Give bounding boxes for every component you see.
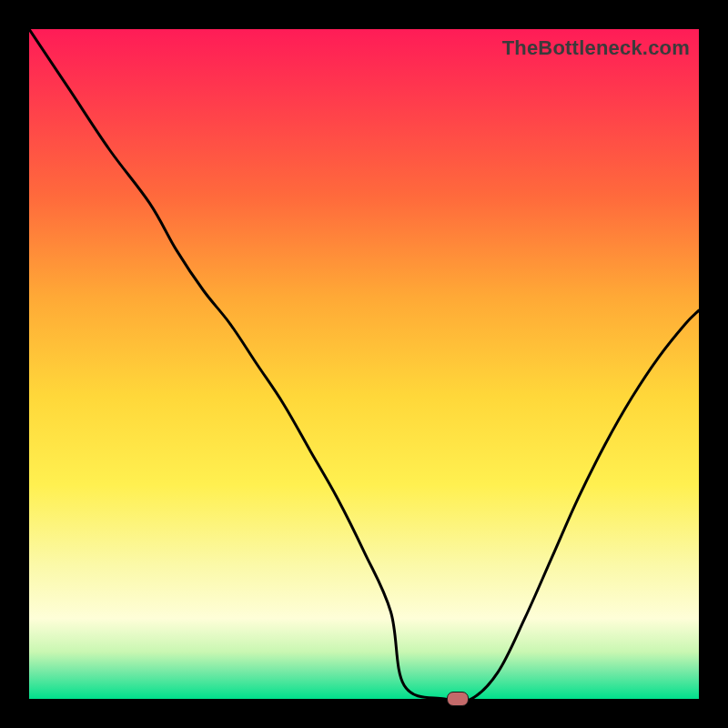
selected-point-marker — [447, 692, 469, 706]
chart-frame: TheBottleneck.com — [0, 0, 728, 728]
bottleneck-curve — [29, 29, 699, 699]
plot-area: TheBottleneck.com — [29, 29, 699, 699]
